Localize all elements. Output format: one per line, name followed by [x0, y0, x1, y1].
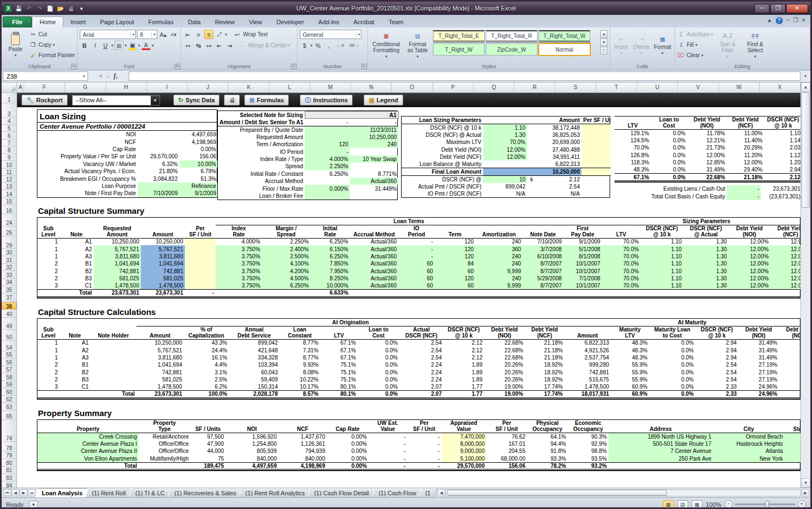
cell[interactable]	[305, 178, 350, 185]
cell[interactable]: Note Holder	[90, 326, 136, 339]
sheet-tab--1-ti-lc[interactable]: (1) TI & LC	[129, 488, 172, 497]
cell[interactable]: 3	[37, 383, 59, 390]
cell[interactable]	[185, 282, 216, 289]
cell[interactable]: 10,250,000	[141, 238, 185, 245]
cell[interactable]: 2.54	[399, 339, 443, 346]
cell[interactable]: 4,497,659	[226, 462, 278, 469]
cell[interactable]: 1,254,800	[226, 440, 278, 447]
cell[interactable]: 8.250%	[310, 275, 350, 282]
cell[interactable]: Actual Vacancy Phys. / Econ.	[37, 168, 138, 175]
cell[interactable]: -	[369, 433, 407, 440]
cell[interactable]: First Pay Date	[563, 225, 602, 238]
cell[interactable]: 0.0%	[358, 339, 399, 346]
percent-style-icon[interactable]: %	[314, 41, 323, 50]
cell[interactable]: 3	[37, 282, 59, 289]
cell[interactable]	[185, 260, 216, 267]
cell[interactable]	[602, 290, 640, 297]
cell[interactable]: 0.0%	[358, 361, 399, 368]
fill-button[interactable]: ↧Fill▾	[677, 40, 713, 49]
cell[interactable]: 55.9%	[611, 369, 649, 376]
find-select-button[interactable]: ⚲⚲ Find & Select▾	[743, 29, 768, 62]
cell[interactable]: -	[305, 119, 350, 126]
cell[interactable]: 84	[435, 260, 475, 267]
cell[interactable]: 2.33	[695, 383, 738, 390]
last-sheet-icon[interactable]: ⏭	[28, 489, 36, 496]
cell[interactable]	[185, 245, 216, 252]
row-header[interactable]: 83	[2, 474, 17, 482]
gallery-down-icon[interactable]: ▼	[600, 38, 607, 46]
cell[interactable]	[581, 161, 611, 168]
sort-filter-button[interactable]: A↓Z Sort & Filter▾	[715, 29, 740, 62]
cell[interactable]: Creek Crossing	[37, 433, 139, 440]
format-as-table-button[interactable]: ▤ Format as Table▾	[404, 29, 431, 62]
cell[interactable]: 55.9%	[611, 376, 649, 383]
cell[interactable]: 1.30	[683, 253, 728, 260]
cell[interactable]: 4.200%	[262, 268, 310, 275]
cell[interactable]: B3	[59, 275, 94, 282]
cell[interactable]: Cap Rate	[327, 420, 369, 433]
cell[interactable]: 1.77	[443, 383, 484, 390]
next-sheet-icon[interactable]: ▶	[20, 489, 28, 496]
row-header[interactable]: 3	[2, 110, 17, 118]
cell[interactable]: 1.30	[483, 131, 527, 139]
cell[interactable]: -	[369, 447, 407, 455]
cell[interactable]: 8/7/2007	[523, 260, 563, 267]
underline-icon[interactable]: U	[101, 41, 110, 50]
cell[interactable]: 23,673,301	[761, 185, 800, 192]
cell[interactable]: 60.9%	[611, 391, 649, 398]
cell[interactable]: 10/1/2007	[563, 268, 602, 275]
cell[interactable]: 18.92%	[525, 361, 564, 368]
cell[interactable]: Debt Yield (NCF)	[770, 225, 800, 238]
column-header[interactable]: F	[24, 82, 65, 92]
cell[interactable]: 31.49%	[738, 339, 779, 346]
cell[interactable]: 24.4%	[184, 346, 229, 353]
cell[interactable]: 23,673,301	[94, 290, 141, 297]
ribbon-tab-home[interactable]: Home	[32, 16, 63, 27]
open-icon[interactable]: 📂	[56, 4, 65, 13]
cell[interactable]: LTV	[615, 117, 651, 130]
cell[interactable]: 21.18%	[525, 339, 564, 346]
cell[interactable]: 12.00%	[728, 253, 770, 260]
cell[interactable]: Final Loan Amount	[402, 168, 483, 175]
cell[interactable]: At Origination	[136, 319, 564, 326]
ribbon-tab-insert[interactable]: Insert	[63, 17, 93, 27]
name-box[interactable]: Z38▾	[3, 71, 88, 81]
cell[interactable]: 0.0%	[651, 152, 687, 159]
row-header[interactable]: 29	[2, 242, 17, 249]
paste-button[interactable]: Paste▾	[4, 29, 27, 62]
cell[interactable]	[640, 290, 683, 297]
orientation-icon[interactable]: ⤢	[215, 30, 224, 39]
column-header[interactable]: M	[310, 82, 351, 92]
cell[interactable]: 1899 North US Highway 1	[608, 433, 713, 440]
cell[interactable]	[185, 253, 216, 260]
cell[interactable]: 48.3%	[615, 166, 651, 173]
cell[interactable]: City	[713, 420, 784, 433]
cell[interactable]: 1.10	[483, 124, 527, 131]
workbook-restore-icon[interactable]: ❐	[793, 17, 798, 24]
conditional-formatting-button[interactable]: ▦ Conditional Formatting▾	[370, 29, 402, 62]
cell[interactable]: 2.24	[399, 376, 443, 383]
cell[interactable]: Amount	[141, 225, 185, 238]
row-header[interactable]: 4	[2, 118, 17, 125]
cell[interactable]: -	[398, 245, 435, 252]
column-header[interactable]: H	[106, 82, 147, 92]
column-header[interactable]: I	[147, 82, 188, 92]
cell[interactable]: 48.3%	[611, 339, 649, 346]
cell[interactable]: 38,172,448	[535, 124, 581, 131]
cell[interactable]: Sub Level	[37, 326, 59, 339]
cell[interactable]: GA	[784, 447, 800, 455]
cell[interactable]: 9,999	[475, 282, 523, 289]
column-header[interactable]: R	[514, 82, 555, 92]
column-header[interactable]: U	[637, 82, 678, 92]
cell[interactable]: 44,000	[190, 447, 226, 455]
cell[interactable]: 97,500	[190, 433, 226, 440]
cell[interactable]: 27.19%	[738, 369, 779, 376]
cell[interactable]: 11/23/2011	[350, 126, 398, 133]
cell[interactable]: 60,043	[229, 369, 279, 376]
cell[interactable]: Amount	[535, 117, 581, 124]
cell[interactable]: Center Avenue Plaza II	[37, 447, 139, 455]
cell[interactable]: 0.00%	[327, 447, 369, 455]
cell[interactable]: 10	[483, 175, 527, 182]
cell[interactable]: 21.73%	[687, 144, 727, 151]
cell[interactable]: 55.9%	[611, 361, 649, 368]
